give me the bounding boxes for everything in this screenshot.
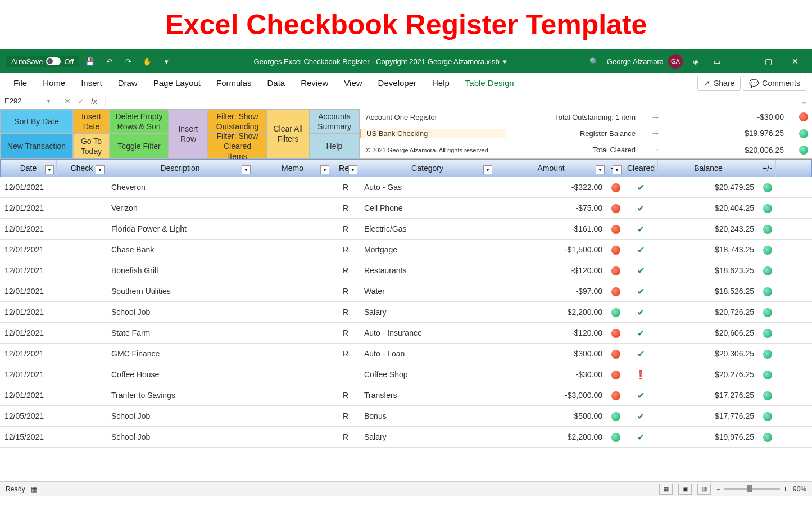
cell-description[interactable]: Verizon [107, 204, 253, 213]
zoom-out-icon[interactable]: − [716, 485, 720, 493]
ribbon-tab-data[interactable]: Data [259, 73, 293, 93]
cell-amount[interactable]: -$322.00 [495, 183, 607, 192]
page-break-icon[interactable]: ▥ [697, 484, 711, 495]
ribbon-tab-insert[interactable]: Insert [73, 73, 110, 93]
formula-expand-icon[interactable]: ⌄ [796, 97, 812, 106]
cell-date[interactable]: 12/01/2021 [0, 370, 56, 379]
cell-rec[interactable]: R [332, 204, 360, 213]
cell-amount[interactable]: $500.00 [495, 412, 607, 421]
save-icon[interactable]: 💾 [81, 53, 98, 70]
filter-drop-icon[interactable]: ▼ [242, 165, 251, 174]
cell-date[interactable]: 12/01/2021 [0, 204, 56, 213]
cell-category[interactable]: Salary [360, 308, 495, 317]
table-row[interactable]: 12/01/2021Coffee HouseCoffee Shop-$30.00… [0, 364, 812, 385]
cell-balance[interactable]: $17,276.25 [657, 391, 759, 400]
cell-description[interactable]: School Job [107, 412, 253, 421]
cell-amount[interactable]: -$1,500.00 [495, 245, 607, 254]
cell-rec[interactable]: R [332, 391, 360, 400]
cell-amount[interactable]: -$30.00 [495, 370, 607, 379]
cell-category[interactable]: Electric/Gas [360, 224, 495, 233]
zoom-value[interactable]: 90% [793, 485, 806, 493]
cell-description[interactable]: Coffee House [107, 370, 253, 379]
filter-drop-icon[interactable]: ▼ [348, 165, 357, 174]
ribbon-tab-table-design[interactable]: Table Design [457, 73, 522, 93]
redo-icon[interactable]: ↷ [120, 53, 137, 70]
cell-date[interactable]: 12/01/2021 [0, 224, 56, 233]
avatar[interactable]: GA [668, 54, 683, 69]
ribbon-tab-page-layout[interactable]: Page Layout [146, 73, 208, 93]
undo-icon[interactable]: ↶ [101, 53, 117, 70]
filter-drop-icon[interactable]: ▼ [45, 165, 54, 174]
cell-balance[interactable]: $20,306.25 [657, 349, 759, 358]
cell-rec[interactable]: R [332, 432, 360, 441]
ribbon-display-icon[interactable]: ▭ [709, 53, 725, 70]
table-row[interactable]: 12/05/2021School JobRBonus$500.00✔$17,77… [0, 406, 812, 427]
cell-balance[interactable]: $20,243.25 [657, 224, 759, 233]
zoom-slider[interactable]: − + [716, 485, 787, 493]
cell-rec[interactable]: R [332, 224, 360, 233]
table-row[interactable]: 12/01/2021Southern UtilitiesRWater-$97.0… [0, 281, 812, 302]
cell-balance[interactable]: $18,623.25 [657, 266, 759, 275]
cell-description[interactable]: School Job [107, 308, 253, 317]
title-dropdown-icon[interactable]: ▾ [503, 57, 507, 66]
cell-date[interactable]: 12/01/2021 [0, 183, 56, 192]
accept-formula-icon[interactable]: ✓ [75, 97, 87, 106]
cell-balance[interactable]: $20,606.25 [657, 328, 759, 337]
cell-category[interactable]: Transfers [360, 391, 495, 400]
table-row[interactable]: 12/01/2021VerizonRCell Phone-$75.00✔$20,… [0, 198, 812, 219]
table-row[interactable]: 12/01/2021Tranfer to SavingsRTransfers-$… [0, 385, 812, 406]
ribbon-tab-review[interactable]: Review [293, 73, 336, 93]
touch-icon[interactable]: ✋ [139, 53, 156, 70]
diamond-icon[interactable]: ◈ [687, 53, 704, 70]
cell-rec[interactable]: R [332, 183, 360, 192]
table-row[interactable]: 12/15/2021School JobRSalary$2,200.00✔$19… [0, 427, 812, 448]
table-row[interactable]: 12/01/2021Bonefish GrillRRestaurants-$12… [0, 260, 812, 281]
cell-description[interactable]: Bonefish Grill [107, 266, 253, 275]
help-button[interactable]: Help [309, 134, 360, 159]
cell-date[interactable]: 12/01/2021 [0, 245, 56, 254]
cell-date[interactable]: 12/01/2021 [0, 349, 56, 358]
minimize-button[interactable]: — [730, 50, 752, 73]
cell-rec[interactable]: R [332, 308, 360, 317]
filter-cleared-button[interactable]: Filter: Show Cleared Items [208, 134, 267, 159]
clear-filters-button[interactable]: Clear All Filters [267, 109, 309, 159]
ribbon-tab-view[interactable]: View [336, 73, 370, 93]
cell-amount[interactable]: -$97.00 [495, 287, 607, 296]
cell-amount[interactable]: -$300.00 [495, 349, 607, 358]
cell-description[interactable]: Southern Utilities [107, 287, 253, 296]
comments-button[interactable]: 💬Comments [743, 76, 806, 91]
ribbon-tab-file[interactable]: File [6, 73, 35, 93]
zoom-in-icon[interactable]: + [783, 485, 787, 493]
cell-category[interactable]: Mortgage [360, 245, 495, 254]
filter-drop-icon[interactable]: ▼ [96, 165, 105, 174]
cell-category[interactable]: Salary [360, 432, 495, 441]
ribbon-tab-help[interactable]: Help [424, 73, 457, 93]
accounts-summary-button[interactable]: Accounts Summary [309, 109, 360, 134]
cell-balance[interactable]: $20,276.25 [657, 370, 759, 379]
cell-rec[interactable]: R [332, 245, 360, 254]
cell-description[interactable]: State Farm [107, 328, 253, 337]
cell-amount[interactable]: -$120.00 [495, 266, 607, 275]
delete-empty-button[interactable]: Delete Empty Rows & Sort [110, 109, 169, 134]
ribbon-tab-draw[interactable]: Draw [110, 73, 146, 93]
close-button[interactable]: ✕ [784, 50, 806, 73]
toggle-filter-button[interactable]: Toggle Filter [110, 134, 169, 159]
new-transaction-button[interactable]: New Transaction [0, 134, 73, 159]
cell-amount[interactable]: -$161.00 [495, 224, 607, 233]
search-icon[interactable]: 🔍 [586, 53, 602, 70]
cell-rec[interactable]: R [332, 412, 360, 421]
cell-description[interactable]: School Job [107, 432, 253, 441]
cell-description[interactable]: Cheveron [107, 183, 253, 192]
cell-date[interactable]: 12/01/2021 [0, 287, 56, 296]
cell-rec[interactable]: R [332, 349, 360, 358]
page-layout-icon[interactable]: ▣ [678, 484, 692, 495]
table-row[interactable]: 12/01/2021School JobRSalary$2,200.00✔$20… [0, 302, 812, 323]
insert-row-button[interactable]: Insert Row [169, 109, 208, 159]
cell-category[interactable]: Bonus [360, 412, 495, 421]
normal-view-icon[interactable]: ▦ [659, 484, 673, 495]
table-row-empty[interactable] [0, 448, 812, 464]
cell-date[interactable]: 12/01/2021 [0, 266, 56, 275]
qat-dropdown-icon[interactable]: ▾ [158, 53, 175, 70]
cell-category[interactable]: Auto - Insurance [360, 328, 495, 337]
autosave-toggle[interactable]: AutoSave Off [6, 56, 79, 67]
